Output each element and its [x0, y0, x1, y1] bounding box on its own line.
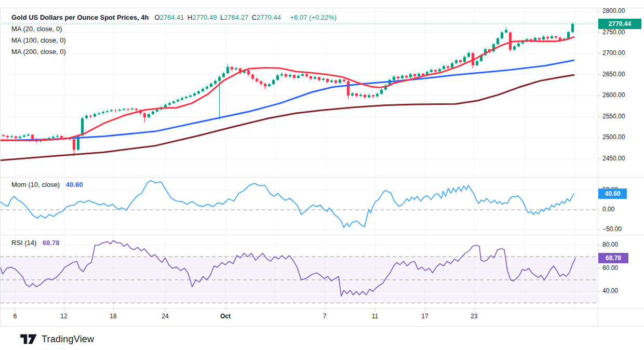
rsi-legend: RSI (14) 68.78: [11, 239, 60, 247]
ohlc-values: O2764.41 H2770.49 L2764.27 C2770.44: [154, 12, 284, 23]
price-tick-label: 2800.00: [602, 7, 625, 15]
time-tick-label: 24: [154, 313, 177, 320]
time-tick-label: 12: [52, 313, 75, 320]
time-tick-label: 18: [102, 313, 125, 320]
ma20-legend: MA (20, close, 0): [11, 23, 337, 35]
price-tick-label: 2600.00: [602, 91, 625, 99]
tradingview-chart-window: Gold US Dollars per Ounce Spot Prices, 4…: [0, 0, 644, 350]
ohlc-value: 2764.41: [160, 14, 188, 21]
ma100-legend: MA (100, close, 0): [11, 35, 337, 46]
momentum-legend: Mom (10, close) 40.60: [11, 181, 83, 189]
price-tick-label: 2450.00: [602, 155, 625, 162]
rsi-legend-label: RSI (14): [11, 239, 36, 247]
ohlc-value: 2764.27: [224, 14, 252, 21]
time-tick-label: 11: [364, 313, 386, 320]
price-tick-label: 2700.00: [602, 49, 625, 57]
tradingview-logo-text: TradingView: [42, 334, 94, 345]
rsi-tick-label: 60.00: [602, 264, 618, 272]
momentum-tick-label: 0.00: [602, 206, 614, 213]
ohlc-letter: H: [187, 14, 192, 21]
time-tick-label: 17: [413, 313, 436, 320]
ohlc-value: 2770.49: [192, 14, 220, 21]
time-tick-label: 23: [463, 313, 486, 320]
tradingview-logo[interactable]: TradingView: [20, 332, 94, 346]
rsi-legend-value: 68.78: [43, 239, 60, 247]
symbol-row: Gold US Dollars per Ounce Spot Prices, 4…: [11, 12, 337, 23]
time-tick-label: Oct: [214, 313, 237, 320]
rsi-tick-label: 80.00: [602, 241, 618, 248]
change-value: +6.07 (+0.22%): [290, 12, 337, 23]
time-tick-label: 6: [4, 313, 26, 320]
price-tick-label: 2750.00: [602, 29, 625, 36]
time-tick-label: 7: [313, 313, 336, 320]
price-tick-label: 2550.00: [602, 113, 625, 120]
tradingview-logo-icon: [20, 332, 37, 346]
ma200-legend: MA (200, close, 0): [11, 46, 337, 58]
rsi-value-badge: 68.78: [598, 253, 628, 263]
momentum-value-badge: 40.60: [598, 189, 627, 199]
rsi-tick-label: 40.00: [602, 287, 618, 294]
symbol-title: Gold US Dollars per Ounce Spot Prices, 4…: [11, 12, 149, 23]
ohlc-letter: C: [252, 14, 257, 21]
momentum-tick-label: −50.00: [602, 225, 622, 233]
chart-legend: Gold US Dollars per Ounce Spot Prices, 4…: [11, 12, 337, 58]
last-price-badge: 2770.44: [598, 19, 641, 29]
momentum-legend-value: 40.60: [66, 181, 83, 189]
price-tick-label: 2650.00: [602, 71, 625, 78]
ohlc-letter: O: [154, 14, 159, 21]
momentum-legend-label: Mom (10, close): [11, 181, 60, 189]
momentum-panel[interactable]: [0, 181, 597, 227]
ohlc-value: 2770.44: [257, 14, 285, 21]
price-tick-label: 2500.00: [602, 133, 625, 141]
